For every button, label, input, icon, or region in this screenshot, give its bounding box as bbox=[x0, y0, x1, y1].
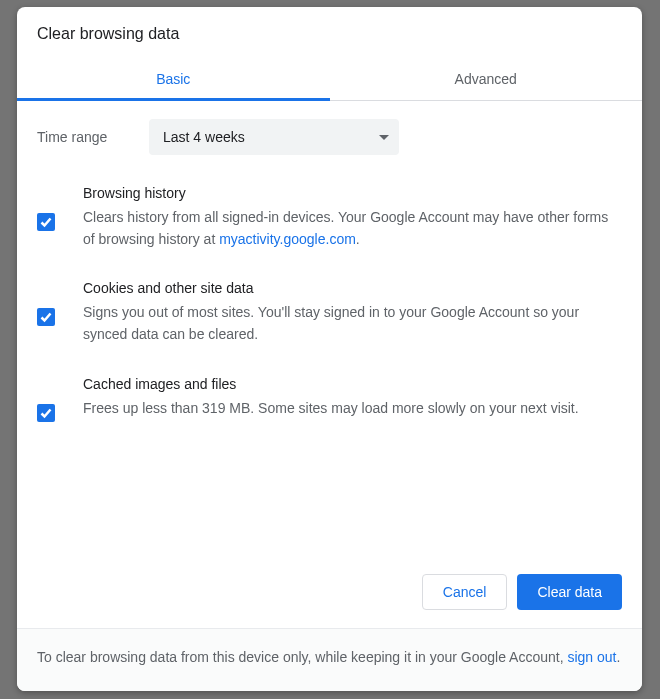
option-text: Browsing history Clears history from all… bbox=[83, 185, 622, 250]
clear-browsing-data-dialog: Clear browsing data Basic Advanced Time … bbox=[17, 7, 642, 691]
checkbox-browsing-history[interactable] bbox=[37, 213, 55, 231]
dialog-title: Clear browsing data bbox=[17, 7, 642, 59]
footer-text-pre: To clear browsing data from this device … bbox=[37, 649, 567, 665]
option-text: Cookies and other site data Signs you ou… bbox=[83, 280, 622, 345]
time-range-select[interactable]: Last 4 weeks bbox=[149, 119, 399, 155]
dropdown-icon bbox=[379, 135, 389, 140]
checkbox-cache[interactable] bbox=[37, 404, 55, 422]
option-description: Signs you out of most sites. You'll stay… bbox=[83, 302, 622, 345]
option-title: Browsing history bbox=[83, 185, 622, 201]
option-desc-post: . bbox=[356, 231, 360, 247]
checkmark-icon bbox=[39, 310, 53, 324]
dialog-buttons: Cancel Clear data bbox=[17, 558, 642, 629]
footer-text-post: . bbox=[617, 649, 621, 665]
option-cache: Cached images and files Frees up less th… bbox=[37, 376, 622, 422]
checkbox-cookies[interactable] bbox=[37, 308, 55, 326]
checkmark-icon bbox=[39, 406, 53, 420]
dialog-body: Time range Last 4 weeks Browsing history… bbox=[17, 101, 642, 558]
option-description: Clears history from all signed-in device… bbox=[83, 207, 622, 250]
dialog-footer: To clear browsing data from this device … bbox=[17, 629, 642, 691]
time-range-label: Time range bbox=[37, 129, 149, 145]
option-description: Frees up less than 319 MB. Some sites ma… bbox=[83, 398, 622, 420]
tabs-bar: Basic Advanced bbox=[17, 59, 642, 101]
tab-basic[interactable]: Basic bbox=[17, 59, 330, 100]
cancel-button[interactable]: Cancel bbox=[422, 574, 508, 610]
option-browsing-history: Browsing history Clears history from all… bbox=[37, 185, 622, 250]
option-text: Cached images and files Frees up less th… bbox=[83, 376, 622, 420]
checkmark-icon bbox=[39, 215, 53, 229]
tab-advanced[interactable]: Advanced bbox=[330, 59, 643, 100]
time-range-value: Last 4 weeks bbox=[163, 129, 245, 145]
myactivity-link[interactable]: myactivity.google.com bbox=[219, 231, 356, 247]
time-range-row: Time range Last 4 weeks bbox=[37, 119, 622, 155]
option-cookies: Cookies and other site data Signs you ou… bbox=[37, 280, 622, 345]
option-title: Cached images and files bbox=[83, 376, 622, 392]
clear-data-button[interactable]: Clear data bbox=[517, 574, 622, 610]
sign-out-link[interactable]: sign out bbox=[567, 649, 616, 665]
option-title: Cookies and other site data bbox=[83, 280, 622, 296]
